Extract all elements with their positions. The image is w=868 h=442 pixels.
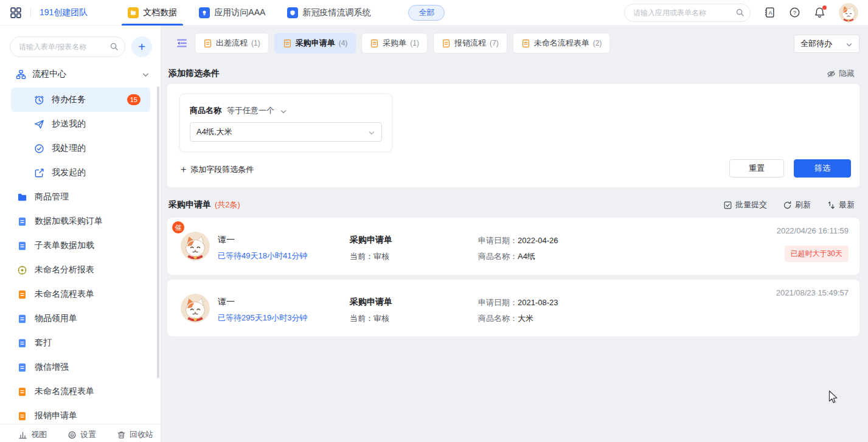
sidebar-item-data-load-order[interactable]: 数据加载采购订单 bbox=[0, 209, 161, 233]
refresh-button[interactable]: 刷新 bbox=[783, 199, 811, 210]
doc-icon bbox=[17, 387, 27, 397]
app-window: 191创建团队 文档数据 应用访问AAA 新冠疫情流调系统 全部 bbox=[0, 0, 868, 442]
sidebar-scrollbar[interactable] bbox=[157, 86, 159, 378]
form-filter-chipbar: 出差流程 (1) 采购申请单 (4) 采购单 (1) 报销流程 (7) 未命名流… bbox=[176, 33, 610, 54]
item-label: 套打 bbox=[35, 337, 161, 348]
apply-date-value: 2021-08-23 bbox=[518, 298, 558, 307]
chip-business-trip[interactable]: 出差流程 (1) bbox=[195, 33, 269, 54]
eye-off-icon bbox=[827, 69, 836, 78]
item-label: 未命名分析报表 bbox=[35, 264, 161, 275]
top-bar: 191创建团队 文档数据 应用访问AAA 新冠疫情流调系统 全部 bbox=[0, 0, 868, 26]
team-link[interactable]: 191创建团队 bbox=[40, 7, 88, 18]
item-label: 物品领用单 bbox=[35, 313, 161, 324]
sidebar-item-product-mgmt[interactable]: 商品管理 bbox=[0, 185, 161, 209]
collapse-filter-icon[interactable] bbox=[176, 37, 188, 49]
sidebar-footer: 视图 设置 回收站 bbox=[0, 424, 161, 442]
chip-purchase-order[interactable]: 采购单 (1) bbox=[361, 33, 428, 54]
doc-icon bbox=[17, 362, 27, 373]
tab-label: 文档数据 bbox=[143, 7, 177, 18]
sidebar-item-cc-to-me[interactable]: 抄送我的 bbox=[0, 112, 161, 136]
wait-duration: 已等待295天19小时3分钟 bbox=[218, 313, 307, 323]
tab-label: 应用访问AAA bbox=[214, 7, 265, 18]
avatar bbox=[181, 294, 210, 323]
all-apps-pill[interactable]: 全部 bbox=[408, 5, 445, 21]
doc-icon bbox=[17, 338, 27, 348]
sidebar-item-item-requisition[interactable]: 物品领用单 bbox=[0, 306, 161, 331]
org-chart-icon bbox=[16, 69, 26, 80]
footer-label: 回收站 bbox=[130, 429, 153, 440]
chip-purchase-request[interactable]: 采购申请单 (4) bbox=[274, 33, 356, 54]
tab-covid-system[interactable]: 新冠疫情流调系统 bbox=[276, 0, 381, 26]
apply-date-value: 2022-04-26 bbox=[518, 236, 558, 245]
paper-plane-icon bbox=[34, 119, 44, 129]
refresh-icon bbox=[783, 201, 792, 210]
sidebar-item-print-template[interactable]: 套打 bbox=[0, 331, 161, 355]
wait-duration: 已等待49天18小时41分钟 bbox=[218, 250, 307, 261]
workspace-tabs: 文档数据 应用访问AAA 新冠疫情流调系统 bbox=[117, 0, 381, 26]
add-filter-condition-button[interactable]: + 添加字段筛选条件 bbox=[181, 164, 254, 175]
chip-count: (4) bbox=[339, 39, 348, 47]
item-label: 待办任务 bbox=[52, 94, 127, 105]
main-content: 出差流程 (1) 采购申请单 (4) 采购单 (1) 报销流程 (7) 未命名流… bbox=[161, 26, 868, 442]
sidebar-item-wechat-enhance[interactable]: 微信增强 bbox=[0, 355, 161, 379]
dropdown-value: 全部待办 bbox=[800, 38, 845, 49]
chip-label: 未命名流程表单 bbox=[534, 38, 589, 49]
sidebar-item-unnamed-flow-form-2[interactable]: 未命名流程表单 bbox=[0, 379, 161, 404]
chip-count: (1) bbox=[251, 39, 260, 47]
item-label: 子表单数据加载 bbox=[35, 240, 161, 251]
apply-date: 申请日期：2022-04-26 bbox=[478, 235, 558, 246]
tab-app-access[interactable]: 应用访问AAA bbox=[188, 0, 276, 26]
recycle-bin-button[interactable]: 回收站 bbox=[117, 429, 153, 440]
blue-shield-app-icon bbox=[287, 7, 298, 18]
apply-date: 申请日期：2021-08-23 bbox=[478, 297, 558, 308]
todo-status-dropdown[interactable]: 全部待办 bbox=[794, 35, 859, 53]
settings-button[interactable]: 设置 bbox=[68, 429, 96, 440]
chip-unnamed-flow-form[interactable]: 未命名流程表单 (2) bbox=[513, 33, 611, 54]
doc-icon bbox=[17, 314, 27, 324]
task-row[interactable]: 催 谭一 已等待49天18小时41分钟 采购申请单 当前：审核 申请日期：202… bbox=[167, 218, 859, 275]
condition-value-select[interactable]: A4纸,大米 bbox=[190, 122, 382, 142]
hide-filter-button[interactable]: 隐藏 bbox=[827, 68, 855, 79]
sidebar-item-started-by-me[interactable]: 我发起的 bbox=[0, 161, 161, 185]
sidebar-search-input[interactable] bbox=[10, 36, 125, 57]
chip-reimburse-flow[interactable]: 报销流程 (7) bbox=[433, 33, 507, 54]
sidebar-item-handled-by-me[interactable]: 我处理的 bbox=[0, 136, 161, 161]
add-form-button[interactable]: + bbox=[131, 36, 152, 57]
applicant-name: 谭一 bbox=[218, 235, 235, 246]
help-icon[interactable] bbox=[789, 7, 800, 18]
chevron-down-icon bbox=[845, 40, 853, 47]
apply-filter-button[interactable]: 筛选 bbox=[794, 159, 851, 178]
notification-bell-icon[interactable] bbox=[814, 7, 825, 18]
apply-date-label: 申请日期： bbox=[478, 236, 518, 245]
sidebar-group-process-center[interactable]: 流程中心 bbox=[0, 66, 161, 83]
views-button[interactable]: 视图 bbox=[18, 429, 47, 440]
submit-timestamp: 2021/08/23 15:49:57 bbox=[776, 288, 849, 297]
task-row[interactable]: 谭一 已等待295天19小时3分钟 采购申请单 当前：审核 申请日期：2021-… bbox=[167, 280, 859, 336]
gauge-icon bbox=[17, 265, 27, 275]
sort-latest-button[interactable]: 最新 bbox=[827, 199, 855, 210]
search-icon bbox=[735, 8, 745, 17]
sidebar-item-unnamed-flow-form-1[interactable]: 未命名流程表单 bbox=[0, 282, 161, 306]
checkbox-icon bbox=[723, 201, 732, 210]
applicant-name: 谭一 bbox=[218, 297, 235, 308]
item-label: 微信增强 bbox=[35, 362, 161, 373]
sidebar-item-unnamed-report[interactable]: 未命名分析报表 bbox=[0, 258, 161, 282]
apps-grid-icon[interactable] bbox=[10, 7, 22, 19]
global-search-input[interactable] bbox=[624, 4, 751, 22]
yellow-doc-app-icon bbox=[128, 7, 139, 18]
chevron-down-icon bbox=[368, 128, 375, 136]
contacts-icon[interactable] bbox=[764, 7, 776, 18]
user-avatar[interactable] bbox=[839, 3, 858, 22]
item-label: 我发起的 bbox=[52, 167, 161, 178]
sidebar-item-subform-data-load[interactable]: 子表单数据加载 bbox=[0, 233, 161, 258]
sort-icon bbox=[827, 201, 836, 210]
folder-icon bbox=[17, 192, 27, 202]
item-label: 报销申请单 bbox=[35, 410, 161, 421]
batch-submit-button[interactable]: 批量提交 bbox=[723, 199, 767, 210]
sidebar-item-todo-tasks[interactable]: 待办任务 15 bbox=[11, 88, 150, 112]
chip-label: 出差流程 bbox=[216, 38, 248, 49]
reset-button[interactable]: 重置 bbox=[729, 159, 784, 178]
condition-operator-row[interactable]: 商品名称 等于任意一个 bbox=[190, 105, 287, 116]
send-doc-icon bbox=[34, 168, 44, 178]
tab-doc-data[interactable]: 文档数据 bbox=[117, 0, 188, 26]
